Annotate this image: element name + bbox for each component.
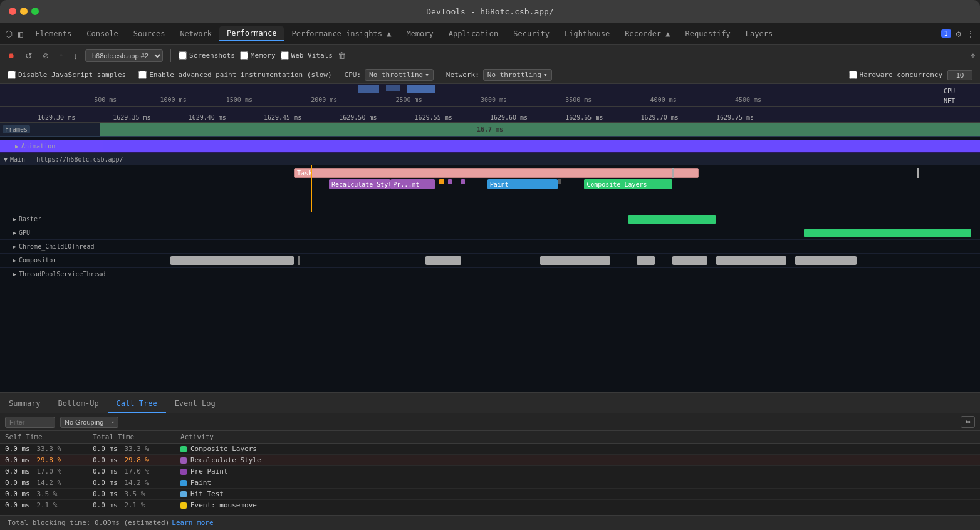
raster-bar — [628, 215, 716, 224]
disable-js-samples-checkbox[interactable]: Disable JavaScript samples — [8, 71, 126, 79]
disable-js-samples-input[interactable] — [8, 71, 16, 79]
gpu-row: ▶ GPU — [0, 226, 980, 240]
hw-concurrency-checkbox[interactable]: Hardware concurrency — [849, 71, 942, 79]
screenshots-checkbox[interactable]: Screenshots — [179, 51, 235, 60]
tab-console[interactable]: Console — [79, 27, 126, 41]
thread-pool-label[interactable]: ▶ ThreadPoolServiceThread — [0, 271, 100, 278]
call-tree-table: 0.0 ms 33.3 % 0.0 ms 33.3 % Composite La… — [0, 444, 980, 511]
main-section-header[interactable]: ▼ Main — https://h68otc.csb.app/ — [0, 153, 980, 165]
small-mark-2 — [448, 179, 452, 184]
activity-cell: Paint — [180, 479, 975, 487]
tab-security[interactable]: Security — [506, 27, 557, 41]
network-throttle-dropdown[interactable]: No throttling ▾ — [483, 69, 552, 81]
close-button[interactable] — [9, 8, 16, 15]
tab-event-log[interactable]: Event Log — [166, 395, 224, 413]
memory-checkbox-input[interactable] — [240, 51, 248, 60]
cpu-label: CPU: — [345, 71, 362, 79]
tab-recorder[interactable]: Recorder ▲ — [617, 27, 677, 41]
compositor-label[interactable]: ▶ Compositor — [0, 257, 100, 264]
paint-bar: Paint — [487, 179, 558, 189]
chrome-io-row: ▶ Chrome_ChildIOThread — [0, 240, 980, 254]
web-vitals-checkbox-input[interactable] — [281, 51, 289, 60]
settings-icon[interactable]: ⚙ — [956, 29, 961, 39]
expand-button[interactable]: ⇔ — [961, 416, 975, 428]
maximize-button[interactable] — [31, 8, 39, 15]
ruler-4500ms: 4500 ms — [735, 96, 761, 103]
gpu-label[interactable]: ▶ GPU — [0, 229, 100, 236]
tab-performance[interactable]: Performance — [219, 26, 284, 41]
settings-gear-icon[interactable]: ⚙ — [971, 51, 975, 60]
record-button[interactable]: ⏺ — [5, 50, 18, 61]
drawer-icon[interactable]: ◧ — [18, 29, 23, 39]
hw-concurrency-number[interactable] — [947, 70, 972, 80]
time-mark-9: 1629.75 ms — [716, 114, 754, 121]
raster-label[interactable]: ▶ Raster — [0, 216, 100, 222]
expand-icon-2: ▶ — [13, 229, 16, 236]
time-mark-6: 1629.60 ms — [490, 114, 528, 121]
minimize-button[interactable] — [20, 8, 28, 15]
tab-sources[interactable]: Sources — [126, 27, 173, 41]
activity-cell: Recalculate Style — [180, 456, 975, 464]
web-vitals-checkbox[interactable]: Web Vitals — [281, 51, 333, 60]
tab-elements[interactable]: Elements — [28, 27, 79, 41]
inspect-icon[interactable]: ⬡ — [5, 29, 13, 39]
table-row[interactable]: 0.0 ms 17.0 % 0.0 ms 17.0 % Pre-Paint — [0, 466, 980, 477]
table-row[interactable]: 0.0 ms 29.8 % 0.0 ms 29.8 % Recalculate … — [0, 455, 980, 466]
recalculate-style-bar: Recalculate Style — [329, 179, 390, 189]
hw-concurrency-input-checkbox[interactable] — [849, 71, 857, 79]
reload-button[interactable]: ↺ — [23, 49, 35, 62]
download-button[interactable]: ↓ — [71, 49, 80, 62]
table-row[interactable]: 0.0 ms 2.1 % 0.0 ms 2.1 % Event: mousemo… — [0, 500, 980, 511]
more-icon[interactable]: ⋮ — [966, 29, 975, 39]
ruler-4000ms: 4000 ms — [650, 96, 677, 103]
tab-memory[interactable]: Memory — [399, 27, 440, 41]
filter-input[interactable] — [5, 417, 55, 428]
trash-icon[interactable]: 🗑 — [338, 51, 346, 60]
selection-right — [672, 168, 674, 178]
tab-performance-insights[interactable]: Performance insights ▲ — [284, 27, 399, 41]
tab-requestify[interactable]: Requestify — [678, 27, 738, 41]
clear-button[interactable]: ⊘ — [40, 50, 51, 61]
learn-more-link[interactable]: Learn more — [172, 519, 213, 527]
network-throttle-value: No throttling — [487, 71, 541, 79]
ruler-2500ms: 2500 ms — [396, 96, 422, 103]
grouping-wrapper: No Grouping ▾ — [60, 417, 118, 428]
table-row[interactable]: 0.0 ms 33.3 % 0.0 ms 33.3 % Composite La… — [0, 444, 980, 455]
screenshots-checkbox-input[interactable] — [179, 51, 187, 60]
selection-far-right — [917, 168, 919, 178]
total-time-cell: 0.0 ms 2.1 % — [93, 501, 180, 509]
col-total-time[interactable]: Total Time — [93, 433, 180, 441]
small-mark-1 — [439, 179, 444, 184]
upload-button[interactable]: ↑ — [56, 49, 66, 62]
memory-checkbox[interactable]: Memory — [240, 51, 276, 60]
tab-network[interactable]: Network — [172, 27, 219, 41]
tab-layers[interactable]: Layers — [738, 27, 780, 41]
cpu-label: CPU — [944, 88, 955, 95]
tab-bottom-up[interactable]: Bottom-Up — [50, 395, 108, 413]
table-row[interactable]: 0.0 ms 14.2 % 0.0 ms 14.2 % Paint — [0, 477, 980, 489]
status-text: Total blocking time: 0.00ms (estimated) — [8, 519, 169, 527]
small-mark-4 — [558, 179, 561, 184]
hardware-concurrency-group: Hardware concurrency — [849, 70, 972, 80]
table-row[interactable]: 0.0 ms 3.5 % 0.0 ms 3.5 % Hit Test — [0, 489, 980, 500]
tab-application[interactable]: Application — [441, 27, 506, 41]
cpu-throttle-dropdown[interactable]: No throttling ▾ — [365, 69, 434, 81]
compositor-bar-5 — [672, 256, 707, 265]
col-self-time[interactable]: Self Time — [5, 433, 93, 441]
profile-select[interactable]: h68otc.csb.app #2 — [85, 49, 163, 62]
tab-summary[interactable]: Summary — [0, 395, 50, 413]
titlebar: DevTools - h68otc.csb.app/ — [0, 0, 980, 23]
advanced-paint-input[interactable] — [138, 71, 147, 79]
tab-call-tree[interactable]: Call Tree — [108, 395, 166, 413]
main-arrow-icon: ▼ — [4, 156, 8, 163]
chrome-io-label[interactable]: ▶ Chrome_ChildIOThread — [0, 243, 100, 250]
network-throttle-group: Network: No throttling ▾ — [446, 69, 552, 81]
activity-label: Pre-Paint — [190, 467, 228, 475]
tab-lighthouse[interactable]: Lighthouse — [557, 27, 617, 41]
composite-layers-bar: Composite Layers — [584, 179, 672, 189]
activity-cell: Pre-Paint — [180, 467, 975, 475]
filter-bar: No Grouping ▾ ⇔ — [0, 413, 980, 431]
net-label: NET — [944, 98, 955, 105]
grouping-select[interactable]: No Grouping — [60, 417, 118, 428]
advanced-paint-checkbox[interactable]: Enable advanced paint instrumentation (s… — [138, 71, 331, 79]
